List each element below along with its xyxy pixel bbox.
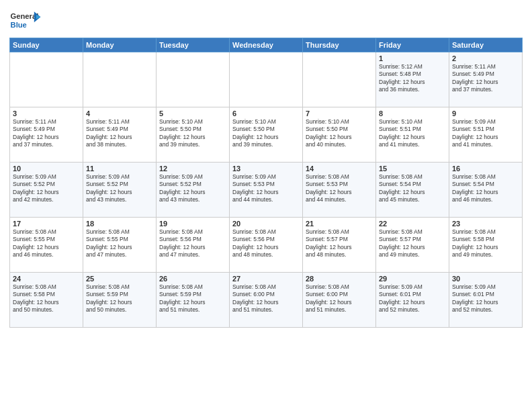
- day-info: Sunrise: 5:12 AM Sunset: 5:48 PM Dayligh…: [379, 63, 446, 94]
- day-number: 27: [232, 275, 300, 283]
- day-number: 30: [452, 275, 519, 283]
- calendar-cell: [230, 52, 303, 107]
- calendar-week-row: 3Sunrise: 5:11 AM Sunset: 5:49 PM Daylig…: [10, 107, 523, 163]
- calendar-cell: 9Sunrise: 5:09 AM Sunset: 5:51 PM Daylig…: [449, 107, 523, 163]
- calendar-col-header: Wednesday: [230, 38, 303, 52]
- day-info: Sunrise: 5:10 AM Sunset: 5:50 PM Dayligh…: [306, 118, 373, 149]
- day-info: Sunrise: 5:08 AM Sunset: 5:57 PM Dayligh…: [379, 228, 446, 259]
- day-number: 20: [232, 220, 300, 228]
- day-number: 8: [379, 109, 446, 118]
- day-info: Sunrise: 5:09 AM Sunset: 5:52 PM Dayligh…: [159, 173, 226, 204]
- day-number: 4: [86, 109, 153, 118]
- day-info: Sunrise: 5:11 AM Sunset: 5:49 PM Dayligh…: [452, 63, 519, 94]
- calendar-cell: [83, 52, 157, 107]
- svg-text:Blue: Blue: [11, 21, 27, 29]
- day-number: 10: [13, 165, 80, 173]
- day-number: 3: [13, 109, 80, 118]
- calendar-header-row: SundayMondayTuesdayWednesdayThursdayFrid…: [10, 38, 523, 52]
- day-number: 11: [86, 165, 153, 173]
- calendar-cell: 12Sunrise: 5:09 AM Sunset: 5:52 PM Dayli…: [157, 163, 230, 218]
- calendar-cell: 1Sunrise: 5:12 AM Sunset: 5:48 PM Daylig…: [376, 52, 449, 107]
- calendar-table: SundayMondayTuesdayWednesdayThursdayFrid…: [9, 38, 523, 328]
- day-info: Sunrise: 5:08 AM Sunset: 5:56 PM Dayligh…: [232, 228, 300, 259]
- day-number: 25: [86, 275, 153, 283]
- day-number: 24: [13, 275, 80, 283]
- calendar-cell: 3Sunrise: 5:11 AM Sunset: 5:49 PM Daylig…: [10, 107, 83, 163]
- calendar-cell: 6Sunrise: 5:10 AM Sunset: 5:50 PM Daylig…: [230, 107, 303, 163]
- calendar-cell: 14Sunrise: 5:08 AM Sunset: 5:53 PM Dayli…: [303, 163, 376, 218]
- day-info: Sunrise: 5:11 AM Sunset: 5:49 PM Dayligh…: [86, 118, 153, 149]
- calendar-cell: 20Sunrise: 5:08 AM Sunset: 5:56 PM Dayli…: [230, 218, 303, 273]
- day-info: Sunrise: 5:10 AM Sunset: 5:50 PM Dayligh…: [232, 118, 300, 149]
- calendar-cell: 17Sunrise: 5:08 AM Sunset: 5:55 PM Dayli…: [10, 218, 83, 273]
- calendar-cell: 10Sunrise: 5:09 AM Sunset: 5:52 PM Dayli…: [10, 163, 83, 218]
- day-info: Sunrise: 5:08 AM Sunset: 5:57 PM Dayligh…: [306, 228, 373, 259]
- day-info: Sunrise: 5:08 AM Sunset: 6:00 PM Dayligh…: [232, 283, 300, 314]
- logo: General Blue: [9, 7, 42, 34]
- day-info: Sunrise: 5:11 AM Sunset: 5:49 PM Dayligh…: [13, 118, 80, 149]
- calendar-cell: 4Sunrise: 5:11 AM Sunset: 5:49 PM Daylig…: [83, 107, 157, 163]
- day-info: Sunrise: 5:08 AM Sunset: 5:54 PM Dayligh…: [379, 173, 446, 204]
- day-info: Sunrise: 5:09 AM Sunset: 6:01 PM Dayligh…: [452, 283, 519, 314]
- calendar-cell: 22Sunrise: 5:08 AM Sunset: 5:57 PM Dayli…: [376, 218, 449, 273]
- calendar-col-header: Thursday: [303, 38, 376, 52]
- calendar-cell: 18Sunrise: 5:08 AM Sunset: 5:55 PM Dayli…: [83, 218, 157, 273]
- calendar-cell: [303, 52, 376, 107]
- calendar-cell: 27Sunrise: 5:08 AM Sunset: 6:00 PM Dayli…: [230, 273, 303, 328]
- day-number: 19: [159, 220, 226, 228]
- day-info: Sunrise: 5:09 AM Sunset: 5:52 PM Dayligh…: [13, 173, 80, 204]
- day-info: Sunrise: 5:08 AM Sunset: 5:53 PM Dayligh…: [306, 173, 373, 204]
- calendar-cell: 13Sunrise: 5:09 AM Sunset: 5:53 PM Dayli…: [230, 163, 303, 218]
- day-number: 28: [306, 275, 373, 283]
- day-info: Sunrise: 5:09 AM Sunset: 5:53 PM Dayligh…: [232, 173, 300, 204]
- calendar-cell: 23Sunrise: 5:08 AM Sunset: 5:58 PM Dayli…: [449, 218, 523, 273]
- day-number: 1: [379, 54, 446, 62]
- day-number: 23: [452, 220, 519, 228]
- header: General Blue: [9, 7, 523, 34]
- calendar-col-header: Tuesday: [157, 38, 230, 52]
- calendar-cell: 21Sunrise: 5:08 AM Sunset: 5:57 PM Dayli…: [303, 218, 376, 273]
- page: General Blue SundayMondayTuesdayWednesda…: [0, 0, 532, 411]
- calendar-cell: [10, 52, 83, 107]
- calendar-cell: 26Sunrise: 5:08 AM Sunset: 5:59 PM Dayli…: [157, 273, 230, 328]
- calendar-col-header: Saturday: [449, 38, 523, 52]
- day-info: Sunrise: 5:09 AM Sunset: 5:51 PM Dayligh…: [452, 118, 519, 149]
- calendar-week-row: 17Sunrise: 5:08 AM Sunset: 5:55 PM Dayli…: [10, 218, 523, 273]
- calendar-cell: 24Sunrise: 5:08 AM Sunset: 5:58 PM Dayli…: [10, 273, 83, 328]
- calendar-cell: 28Sunrise: 5:08 AM Sunset: 6:00 PM Dayli…: [303, 273, 376, 328]
- day-number: 12: [159, 165, 226, 173]
- day-number: 13: [232, 165, 300, 173]
- calendar-cell: 7Sunrise: 5:10 AM Sunset: 5:50 PM Daylig…: [303, 107, 376, 163]
- day-number: 22: [379, 220, 446, 228]
- day-info: Sunrise: 5:08 AM Sunset: 5:54 PM Dayligh…: [452, 173, 519, 204]
- calendar-cell: 5Sunrise: 5:10 AM Sunset: 5:50 PM Daylig…: [157, 107, 230, 163]
- day-number: 26: [159, 275, 226, 283]
- calendar-cell: 29Sunrise: 5:09 AM Sunset: 6:01 PM Dayli…: [376, 273, 449, 328]
- day-info: Sunrise: 5:08 AM Sunset: 5:55 PM Dayligh…: [86, 228, 153, 259]
- day-number: 16: [452, 165, 519, 173]
- calendar-week-row: 24Sunrise: 5:08 AM Sunset: 5:58 PM Dayli…: [10, 273, 523, 328]
- calendar-cell: 30Sunrise: 5:09 AM Sunset: 6:01 PM Dayli…: [449, 273, 523, 328]
- day-info: Sunrise: 5:10 AM Sunset: 5:51 PM Dayligh…: [379, 118, 446, 149]
- day-info: Sunrise: 5:09 AM Sunset: 6:01 PM Dayligh…: [379, 283, 446, 314]
- calendar-week-row: 10Sunrise: 5:09 AM Sunset: 5:52 PM Dayli…: [10, 163, 523, 218]
- calendar-cell: [157, 52, 230, 107]
- day-info: Sunrise: 5:08 AM Sunset: 5:56 PM Dayligh…: [159, 228, 226, 259]
- day-number: 15: [379, 165, 446, 173]
- calendar-col-header: Sunday: [10, 38, 83, 52]
- calendar-cell: 15Sunrise: 5:08 AM Sunset: 5:54 PM Dayli…: [376, 163, 449, 218]
- day-info: Sunrise: 5:08 AM Sunset: 6:00 PM Dayligh…: [306, 283, 373, 314]
- day-info: Sunrise: 5:08 AM Sunset: 5:58 PM Dayligh…: [13, 283, 80, 314]
- day-info: Sunrise: 5:08 AM Sunset: 5:58 PM Dayligh…: [452, 228, 519, 259]
- calendar-cell: 2Sunrise: 5:11 AM Sunset: 5:49 PM Daylig…: [449, 52, 523, 107]
- logo-icon: General Blue: [9, 7, 42, 34]
- day-number: 7: [306, 109, 373, 118]
- calendar-week-row: 1Sunrise: 5:12 AM Sunset: 5:48 PM Daylig…: [10, 52, 523, 107]
- day-number: 9: [452, 109, 519, 118]
- day-info: Sunrise: 5:09 AM Sunset: 5:52 PM Dayligh…: [86, 173, 153, 204]
- day-info: Sunrise: 5:08 AM Sunset: 5:59 PM Dayligh…: [86, 283, 153, 314]
- day-number: 14: [306, 165, 373, 173]
- day-number: 17: [13, 220, 80, 228]
- calendar-cell: 8Sunrise: 5:10 AM Sunset: 5:51 PM Daylig…: [376, 107, 449, 163]
- day-number: 2: [452, 54, 519, 62]
